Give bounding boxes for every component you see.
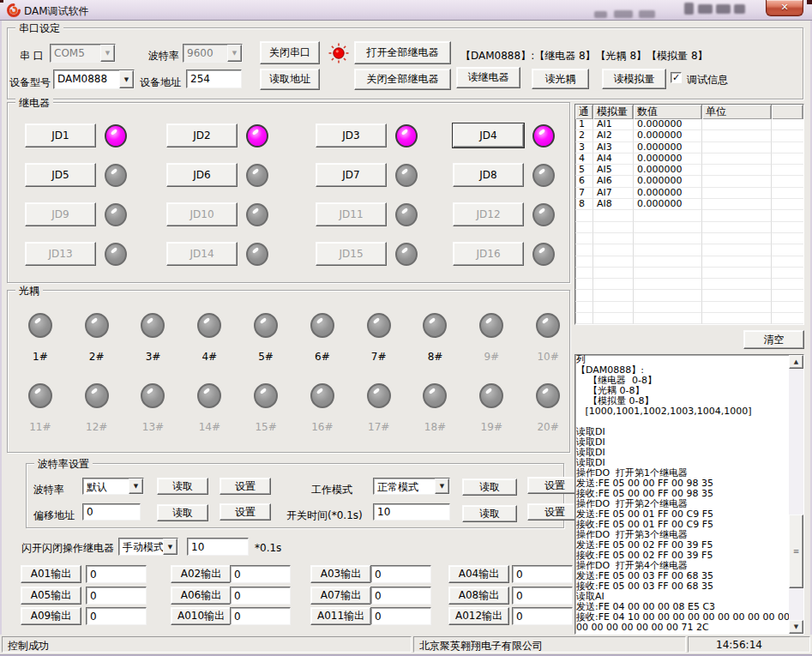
- chevron-down-icon[interactable]: ▼: [100, 45, 115, 62]
- table-row[interactable]: [575, 302, 803, 313]
- chevron-down-icon[interactable]: ▼: [119, 70, 134, 88]
- output-button-a02[interactable]: A02输出: [171, 565, 232, 583]
- table-row[interactable]: [575, 233, 803, 244]
- output-input-a010[interactable]: [230, 607, 291, 625]
- output-input-a06[interactable]: [230, 587, 291, 605]
- output-button-a011[interactable]: A011输出: [310, 607, 371, 625]
- table-row[interactable]: 2AI20.000000: [575, 130, 803, 141]
- relay-button-jd9[interactable]: JD9: [25, 202, 96, 226]
- table-row[interactable]: [575, 244, 803, 256]
- table-row[interactable]: [575, 210, 803, 221]
- output-button-a01[interactable]: A01输出: [21, 565, 81, 583]
- relay-button-jd8[interactable]: JD8: [453, 163, 524, 187]
- table-row[interactable]: 6AI60.000000: [575, 176, 803, 187]
- output-input-a012[interactable]: [512, 607, 573, 625]
- relay-button-jd3[interactable]: JD3: [316, 123, 387, 147]
- relay-button-jd7[interactable]: JD7: [316, 163, 387, 187]
- workmode-read-button[interactable]: 读取: [462, 478, 517, 496]
- read-opto-button[interactable]: 读光耦: [532, 69, 589, 89]
- output-button-a04[interactable]: A04输出: [448, 565, 509, 583]
- chevron-down-icon[interactable]: ▼: [435, 478, 449, 494]
- output-button-a06[interactable]: A06输出: [171, 587, 232, 605]
- output-button-a08[interactable]: A08输出: [448, 587, 509, 605]
- relay-button-jd11[interactable]: JD11: [316, 202, 387, 226]
- device-model-select[interactable]: DAM0888 ▼: [53, 69, 135, 89]
- table-row[interactable]: [575, 290, 803, 301]
- scrollbar-thumb[interactable]: ≡: [789, 515, 803, 588]
- relay-button-jd2[interactable]: JD2: [166, 123, 238, 147]
- offset-set-button[interactable]: 设置: [220, 503, 271, 521]
- table-row[interactable]: 4AI40.000000: [575, 153, 803, 165]
- relay-button-jd16[interactable]: JD16: [453, 242, 524, 266]
- output-input-a08[interactable]: [512, 587, 573, 605]
- offset-read-button[interactable]: 读取: [157, 504, 208, 521]
- chevron-down-icon[interactable]: ▼: [163, 539, 177, 555]
- chevron-down-icon[interactable]: ▼: [129, 478, 143, 494]
- relay-button-jd4[interactable]: JD4: [453, 123, 524, 147]
- output-input-a011[interactable]: [370, 607, 431, 625]
- table-row[interactable]: [575, 279, 803, 290]
- baud-set-button[interactable]: 设置: [220, 478, 271, 495]
- com-port-select[interactable]: COM5 ▼: [50, 44, 116, 63]
- table-row[interactable]: 3AI30.000000: [575, 142, 803, 153]
- device-address-input[interactable]: [186, 69, 242, 88]
- table-cell: 0.000000: [634, 199, 702, 210]
- table-row[interactable]: [575, 268, 803, 279]
- table-row[interactable]: [575, 313, 803, 324]
- relay-button-jd15[interactable]: JD15: [316, 242, 387, 266]
- output-input-a01[interactable]: [86, 565, 147, 583]
- output-button-a03[interactable]: A03输出: [310, 565, 371, 583]
- output-input-a02[interactable]: [230, 565, 291, 583]
- flash-time-input[interactable]: [187, 538, 249, 556]
- baud-read-button[interactable]: 读取: [157, 478, 208, 495]
- scroll-up-button[interactable]: ▲: [789, 355, 803, 369]
- relay-button-jd1[interactable]: JD1: [25, 123, 96, 147]
- workmode-select[interactable]: 正常模式 ▼: [373, 478, 450, 495]
- read-relays-button[interactable]: 读继电器: [456, 67, 520, 88]
- output-button-a012[interactable]: A012输出: [448, 607, 509, 625]
- table-row[interactable]: 5AI50.000000: [575, 165, 803, 176]
- scroll-down-button[interactable]: ▼: [789, 620, 803, 634]
- table-row[interactable]: [575, 222, 803, 233]
- table-row[interactable]: 1AI10.000000: [575, 119, 803, 130]
- table-row[interactable]: 8AI80.000000: [575, 199, 803, 210]
- table-row[interactable]: [575, 256, 803, 268]
- relay-group: 继电器 JD1JD2JD3JD4JD5JD6JD7JD8JD9JD10JD11J…: [7, 102, 570, 283]
- read-analog-button[interactable]: 读模拟量: [602, 69, 666, 89]
- table-cell: [634, 233, 702, 244]
- output-button-a010[interactable]: A010输出: [171, 607, 232, 625]
- relay-button-jd6[interactable]: JD6: [166, 163, 238, 187]
- relay-button-jd10[interactable]: JD10: [166, 202, 238, 226]
- clear-button[interactable]: 清空: [743, 330, 804, 349]
- relay-button-jd12[interactable]: JD12: [453, 202, 524, 226]
- switch-time-read-button[interactable]: 读取: [462, 505, 517, 522]
- output-button-a07[interactable]: A07输出: [310, 587, 371, 605]
- log-scrollbar[interactable]: ▲ ≡ ▼: [789, 355, 803, 634]
- output-input-a03[interactable]: [370, 565, 431, 583]
- close-all-relays-button[interactable]: 关闭全部继电器: [354, 69, 451, 90]
- read-address-button[interactable]: 读取地址: [260, 69, 320, 90]
- output-input-a04[interactable]: [512, 565, 573, 583]
- output-button-a05[interactable]: A05输出: [21, 587, 81, 605]
- opto-cell-19: 19#: [463, 383, 520, 433]
- relay-button-jd5[interactable]: JD5: [25, 163, 96, 187]
- relay-button-jd14[interactable]: JD14: [166, 242, 238, 266]
- table-cell: [702, 199, 772, 210]
- close-button[interactable]: ✕: [766, 0, 803, 16]
- relay-button-jd13[interactable]: JD13: [25, 242, 96, 266]
- output-input-a09[interactable]: [86, 607, 147, 625]
- flash-unit-label: *0.1s: [255, 542, 281, 554]
- flash-mode-select[interactable]: 手动模式 ▼: [118, 538, 178, 556]
- offset-address-input[interactable]: [82, 503, 141, 521]
- baud-select[interactable]: 9600 ▼: [183, 44, 243, 63]
- close-serial-button[interactable]: 关闭串口: [260, 41, 320, 64]
- chevron-down-icon[interactable]: ▼: [227, 45, 242, 62]
- debug-info-checkbox[interactable]: ✓: [671, 72, 682, 83]
- switch-time-input[interactable]: [373, 503, 450, 521]
- open-all-relays-button[interactable]: 打开全部继电器: [354, 41, 451, 64]
- table-row[interactable]: 7AI70.000000: [575, 188, 803, 199]
- output-input-a07[interactable]: [370, 587, 431, 605]
- baud-setting-select[interactable]: 默认 ▼: [82, 478, 144, 495]
- output-input-a05[interactable]: [86, 587, 147, 605]
- output-button-a09[interactable]: A09输出: [21, 607, 81, 625]
